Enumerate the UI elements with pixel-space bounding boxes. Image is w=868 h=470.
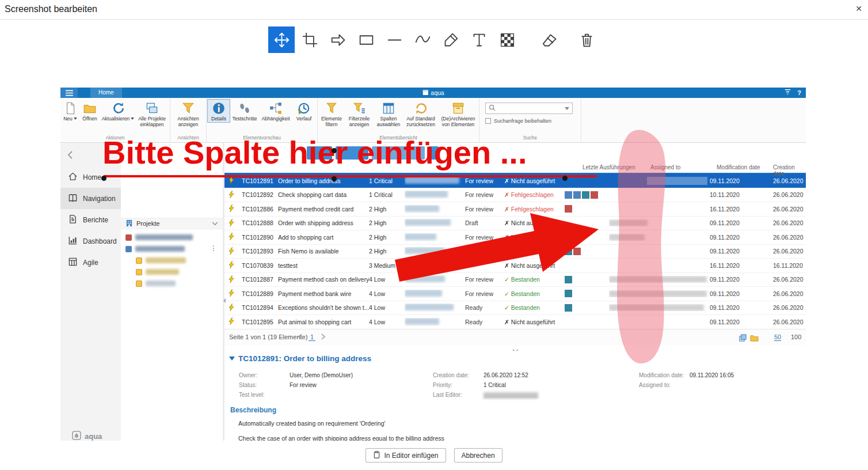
text-tool[interactable] — [466, 26, 492, 53]
copy-items-icon[interactable] — [738, 333, 747, 343]
selection-handle[interactable] — [332, 176, 337, 181]
test-case-row[interactable]: TC1012886Payment method credit card2 Hig… — [224, 202, 806, 217]
ribbon-button-folder-open[interactable]: Öffnen — [79, 100, 101, 122]
eraser-tool[interactable] — [537, 26, 564, 53]
test-case-row[interactable]: TC1070839testtest3 Medium✗ Nicht ausgefü… — [224, 259, 806, 273]
folder-icon[interactable] — [750, 333, 759, 343]
status-cell: Draft — [465, 219, 504, 226]
test-case-row[interactable]: TC1012890Add to shopping cart2 HighFor r… — [224, 230, 806, 245]
arrow-tool[interactable] — [325, 26, 351, 53]
project-item[interactable] — [125, 255, 223, 266]
curve-tool[interactable] — [409, 26, 436, 53]
history-icon — [297, 101, 311, 116]
testcase-bolt-icon — [224, 261, 242, 270]
ribbon-button-views-filter[interactable]: Ansichten anzeigen — [172, 100, 205, 128]
keep-query-checkbox[interactable]: Suchanfrage beibehalten — [485, 118, 575, 124]
execution-square-icon — [565, 248, 572, 255]
next-page-icon[interactable] — [321, 333, 325, 341]
project-item[interactable] — [125, 243, 223, 255]
ribbon-button-test-steps[interactable]: Testschritte — [230, 100, 260, 122]
rectangle-tool[interactable] — [353, 26, 379, 53]
ribbon-button-archive[interactable]: (De)Archivieren von Elementen — [439, 100, 478, 128]
test-case-row[interactable]: TC1012888Order with shipping address2 Hi… — [224, 217, 806, 231]
menu-icon[interactable] — [60, 88, 78, 98]
page-size-50[interactable]: 50 — [774, 333, 781, 341]
test-case-row[interactable]: TC1012893Fish Nemo is available2 High09.… — [224, 245, 806, 259]
project-item[interactable] — [125, 232, 223, 243]
titlebar-filter-icon[interactable] — [784, 88, 791, 98]
testcase-name-cell: Order with shipping address — [278, 219, 369, 226]
current-page[interactable]: 1 — [309, 333, 315, 341]
projects-header[interactable]: Projekte — [121, 218, 223, 229]
pixelate-tool[interactable] — [494, 26, 520, 53]
selection-handle[interactable] — [332, 148, 337, 153]
result-glyph-icon: ✗ — [504, 262, 509, 269]
execution-square-icon — [573, 191, 581, 199]
ribbon-button-history[interactable]: Verlauf — [292, 100, 316, 122]
project-item[interactable] — [125, 266, 223, 278]
testcase-bolt-icon — [224, 304, 242, 312]
search-icon — [489, 103, 496, 113]
ribbon-button-refresh[interactable]: Aktualisieren — [101, 100, 135, 122]
selection-handle[interactable] — [562, 176, 568, 181]
detail-fields-col3: Modification date:09.11.2020 16:05Assign… — [639, 370, 734, 390]
assigned-cell — [609, 276, 710, 283]
prev-page-icon[interactable] — [298, 333, 302, 341]
detail-splitter[interactable] — [224, 345, 806, 351]
trash-tool[interactable] — [573, 26, 600, 53]
search-dropdown-icon[interactable] — [565, 107, 569, 110]
move-tool[interactable] — [268, 26, 295, 53]
sidebar-item-reports[interactable]: Berichte — [60, 209, 121, 230]
ribbon-button-dependency[interactable]: Abhängigkeit — [260, 100, 292, 122]
page-size-100[interactable]: 100 — [791, 333, 801, 340]
blurred-cell — [405, 247, 465, 255]
result-cell: ✗ Nicht ausgeführt — [504, 234, 565, 241]
blurred-assigned-block — [609, 219, 648, 226]
ribbon-button-new-file[interactable]: Neu — [62, 100, 79, 122]
col-creation-date[interactable]: Creation date — [773, 164, 806, 177]
close-icon[interactable]: ✕ — [855, 4, 862, 13]
test-case-row[interactable]: TC1012892Check shopping cart data1 Criti… — [224, 188, 806, 203]
ribbon-search-input[interactable] — [498, 105, 562, 112]
result-glyph-icon: ✗ — [504, 234, 509, 241]
projects-tree — [125, 232, 223, 289]
testcase-name-cell: Put animal to shopping cart — [278, 319, 369, 325]
detail-title[interactable]: TC1012891: Order to billing address — [229, 354, 371, 363]
ribbon-button-reset[interactable]: Auf Standard zurücksetzen — [403, 100, 439, 128]
status-cell: For review — [465, 290, 504, 297]
cancel-button[interactable]: Abbrechen — [454, 448, 502, 463]
selection-handle[interactable] — [101, 176, 106, 181]
creation-date-cell: 26.06.2020 — [773, 191, 806, 198]
ribbon-button-filter-row[interactable]: Filterzeile anzeigen — [344, 100, 374, 128]
pen-tool[interactable] — [437, 26, 464, 53]
sidebar-item-agile[interactable]: Agile — [60, 252, 121, 273]
testcase-bolt-icon — [224, 233, 242, 241]
creation-date-cell: 26.06.2020 — [773, 234, 806, 241]
execution-squares — [565, 248, 609, 255]
col-modification-date[interactable]: Modification date — [717, 164, 760, 170]
crop-tool[interactable] — [296, 26, 323, 53]
project-item[interactable] — [125, 278, 223, 289]
test-case-row[interactable]: TC1012894Exceptions shouldn't be shown t… — [224, 301, 806, 316]
test-case-row[interactable]: TC1012895Put animal to shopping cart4 Lo… — [224, 315, 806, 329]
ribbon-button-collapse-all[interactable]: Alle Projekte einklappen — [135, 100, 169, 128]
ribbon-tab-home[interactable]: Home — [90, 88, 122, 98]
collapse-sidebar-icon[interactable] — [67, 151, 73, 161]
sidebar-item-dashboard[interactable]: Dashboard — [60, 230, 121, 252]
test-case-row[interactable]: TC1012889Payment method bank wire4 LowFo… — [224, 287, 806, 301]
line-tool[interactable] — [381, 26, 408, 53]
col-assigned-to[interactable]: Assigned to — [650, 164, 680, 170]
ribbon-button-columns[interactable]: Spalten auswählen — [374, 100, 403, 128]
insert-in-editor-button[interactable]: In Editor einfügen — [366, 448, 446, 463]
help-icon[interactable]: ? — [797, 89, 801, 96]
blurred-cell — [405, 304, 465, 312]
test-case-row[interactable]: TC1012887Payment method cash on delivery… — [224, 273, 806, 287]
execution-square-icon — [565, 304, 572, 312]
col-last-executions[interactable]: Letzte Ausführungen — [583, 164, 635, 170]
ribbon-button-filter[interactable]: Elemente filtern — [319, 100, 344, 128]
ribbon-button-info[interactable]: Details — [208, 100, 230, 122]
underline-annotation[interactable] — [104, 175, 597, 177]
sidebar-item-navigation[interactable]: Navigation — [60, 188, 121, 209]
more-options-icon[interactable]: ⋮ — [210, 244, 217, 252]
text-annotation[interactable]: Bitte Spalte hier einfügen ... — [102, 137, 527, 169]
